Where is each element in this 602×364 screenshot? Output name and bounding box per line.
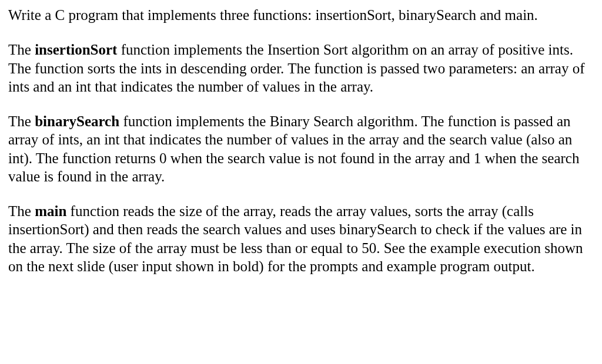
paragraph-insertion-sort: The insertionSort function implements th… (8, 41, 594, 96)
bold-main: main (35, 203, 66, 219)
text-pre: The (8, 42, 35, 58)
paragraph-intro: Write a C program that implements three … (8, 6, 594, 24)
paragraph-binary-search: The binarySearch function implements the… (8, 112, 594, 186)
text-pre: The (8, 203, 35, 219)
paragraph-main: The main function reads the size of the … (8, 202, 594, 275)
text-post: function reads the size of the array, re… (8, 203, 583, 274)
bold-binary-search: binarySearch (35, 113, 119, 129)
text-pre: The (8, 113, 35, 129)
bold-insertion-sort: insertionSort (35, 42, 117, 58)
